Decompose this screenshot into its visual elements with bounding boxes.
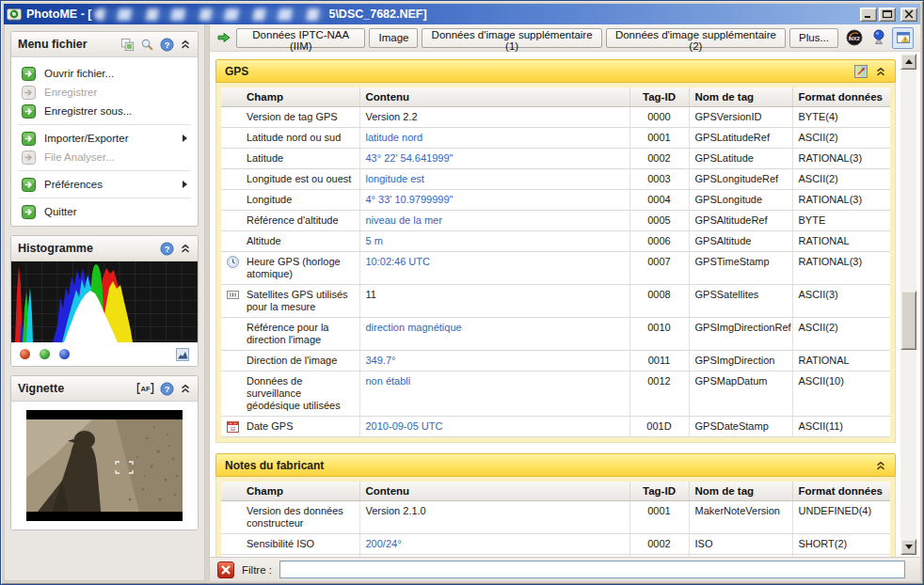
- file-menu-item[interactable]: Enregistrer sous...: [15, 102, 194, 120]
- field-name-cell: Version des données constructeur: [221, 501, 359, 534]
- collapse-icon[interactable]: [180, 243, 191, 254]
- nx2-editor-button[interactable]: NX2: [843, 27, 865, 49]
- file-menu-item[interactable]: Préférences: [15, 175, 194, 194]
- green-arrow-icon: [22, 178, 36, 192]
- blue-channel-dot[interactable]: [59, 349, 70, 359]
- field-value-cell[interactable]: 4° 33' 10.9799999": [359, 190, 629, 211]
- help-icon[interactable]: ?: [160, 382, 174, 396]
- scrollbar-track[interactable]: [900, 70, 916, 539]
- table-row[interactable]: Direction de l'image349.7°0011GPSImgDire…: [221, 351, 890, 372]
- tag-id-cell: 0006: [629, 231, 689, 252]
- green-channel-dot[interactable]: [40, 349, 50, 359]
- file-menu-item[interactable]: Ouvrir fichier...: [15, 64, 194, 83]
- warning-window-button[interactable]: [892, 27, 914, 49]
- gps-table: Champ Contenu Tag-ID Nom de tag Format d…: [221, 87, 890, 437]
- red-channel-dot[interactable]: [20, 349, 30, 359]
- data-format-cell: SHORT(2): [792, 534, 890, 555]
- table-row[interactable]: Altitude5 m0006GPSAltitudeRATIONAL: [221, 231, 890, 252]
- magnifier-icon[interactable]: [140, 38, 154, 52]
- section-tab[interactable]: Données d'image supplémentaire (2): [606, 28, 786, 48]
- field-name-cell: Version de tag GPS: [221, 107, 359, 128]
- map-icon[interactable]: [853, 64, 868, 79]
- maximize-button[interactable]: [879, 8, 896, 22]
- pages-icon[interactable]: [120, 38, 135, 52]
- close-icon: [903, 9, 915, 19]
- scrollbar-thumb[interactable]: [900, 291, 916, 350]
- field-value-cell[interactable]: niveau de la mer: [359, 211, 629, 231]
- table-row[interactable]: Sensibilité ISO200/24°0002ISOSHORT(2): [221, 534, 890, 555]
- table-row[interactable]: Latitude43° 22' 54.641999"0002GPSLatitud…: [221, 149, 890, 169]
- help-icon[interactable]: ?: [160, 242, 174, 256]
- section-tab[interactable]: Image: [369, 28, 418, 48]
- scroll-up-button[interactable]: [900, 54, 916, 70]
- menu-item-label: Enregistrer sous...: [44, 105, 132, 117]
- vertical-scrollbar[interactable]: [900, 54, 916, 555]
- filter-input[interactable]: [279, 561, 905, 578]
- field-value-cell[interactable]: longitude est: [359, 169, 629, 190]
- table-row[interactable]: Données de surveillance géodésique utili…: [221, 372, 890, 417]
- collapse-icon[interactable]: [180, 39, 191, 50]
- gray-arrow-icon: [22, 86, 36, 100]
- table-row[interactable]: Satellites GPS utilisés pour la mesure11…: [221, 285, 890, 318]
- file-menu-item[interactable]: Importer/Exporter: [15, 129, 194, 148]
- green-arrow-icon[interactable]: [216, 30, 231, 45]
- collapse-icon[interactable]: [875, 460, 886, 471]
- table-row[interactable]: Longitude4° 33' 10.9799999"0004GPSLongit…: [221, 190, 890, 211]
- sidebar: Menu fichier ? Ouvrir fichier...Enregist…: [4, 24, 205, 581]
- field-value-cell[interactable]: 2010-09-05 UTC: [359, 417, 629, 437]
- field-value-cell[interactable]: non établi: [359, 372, 629, 417]
- minimize-button[interactable]: [860, 8, 877, 22]
- af-frame-icon[interactable]: AF: [136, 382, 154, 395]
- field-value-cell: 11: [359, 285, 629, 318]
- data-format-cell: RATIONAL(3): [792, 252, 890, 285]
- histogram-expand-icon[interactable]: [176, 348, 189, 361]
- menu-separator: [18, 170, 191, 171]
- histogram-panel: Histogramme ?: [10, 235, 199, 367]
- field-value-cell[interactable]: direction magnétique: [359, 318, 629, 351]
- field-value-cell[interactable]: latitude nord: [359, 128, 629, 149]
- geo-pin-button[interactable]: [868, 27, 889, 49]
- table-row[interactable]: 12Date GPS2010-09-05 UTC001DGPSDateStamp…: [221, 417, 890, 437]
- table-row[interactable]: Version de tag GPSVersion 2.20000GPSVers…: [221, 107, 890, 128]
- field-name-cell: Direction de l'image: [221, 351, 359, 372]
- column-header: Nom de tag: [689, 482, 792, 501]
- section-tab[interactable]: Données d'image supplémentaire (1): [422, 28, 601, 48]
- field-name-cell: Longitude: [221, 190, 359, 211]
- thumbnail-panel: Vignette AF ?: [10, 375, 199, 530]
- table-row[interactable]: Version des données constructeurVersion …: [221, 501, 890, 534]
- scroll-down-button[interactable]: [900, 539, 916, 555]
- submenu-caret-icon: [183, 134, 187, 142]
- data-format-cell: ASCII(2): [792, 128, 890, 149]
- table-row[interactable]: Référence pour la direction l'imagedirec…: [221, 318, 890, 351]
- help-icon[interactable]: ?: [160, 38, 174, 52]
- close-button[interactable]: [900, 8, 917, 22]
- section-tab[interactable]: Plus...: [789, 28, 838, 48]
- menu-item-label: Préférences: [44, 179, 103, 190]
- tag-id-cell: 0010: [629, 318, 689, 351]
- field-value-cell[interactable]: 200/24°: [359, 534, 629, 555]
- histogram-plot: [11, 261, 199, 342]
- field-value-cell[interactable]: 5 m: [359, 231, 629, 252]
- file-menu-item[interactable]: Quitter: [15, 202, 194, 221]
- collapse-icon[interactable]: [875, 66, 886, 77]
- column-header: Nom de tag: [689, 87, 792, 107]
- field-value-cell[interactable]: 10:02:46 UTC: [359, 252, 629, 285]
- svg-text:AF: AF: [140, 385, 150, 393]
- column-header: Champ: [221, 482, 359, 501]
- field-value-cell[interactable]: 43° 22' 54.641999": [359, 149, 629, 169]
- tag-id-cell: 0001: [629, 501, 689, 534]
- section-tab[interactable]: Données IPTC-NAA (IIM): [236, 28, 365, 48]
- table-row[interactable]: Latitude nord ou sudlatitude nord0001GPS…: [221, 128, 890, 149]
- menu-separator: [18, 124, 191, 125]
- collapse-icon[interactable]: [180, 383, 191, 394]
- table-row[interactable]: Heure GPS (horloge atomique)10:02:46 UTC…: [221, 252, 890, 285]
- field-name-cell: Longitude est ou ouest: [221, 169, 359, 190]
- table-row[interactable]: Longitude est ou ouestlongitude est0003G…: [221, 169, 890, 190]
- table-row[interactable]: Référence d'altitudeniveau de la mer0005…: [221, 211, 890, 231]
- tag-id-cell: 001D: [629, 417, 689, 437]
- field-value-cell[interactable]: 349.7°: [359, 351, 629, 372]
- clear-filter-button[interactable]: [217, 561, 234, 578]
- tag-name-cell: GPSVersionID: [689, 107, 792, 128]
- data-format-cell: RATIONAL: [792, 231, 890, 252]
- titlebar: PhotoME - [5\DSC_7682.NEF]: [4, 4, 920, 24]
